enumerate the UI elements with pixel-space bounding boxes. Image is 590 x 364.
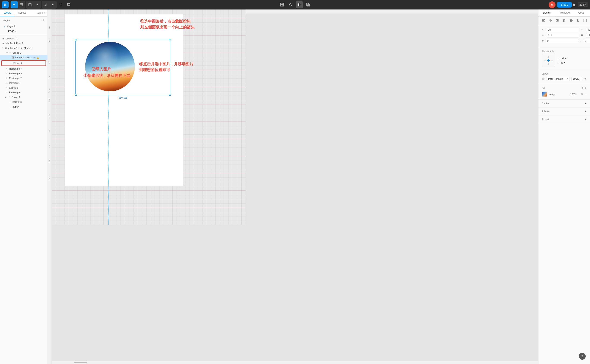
expand-icon-group1: ▶ (5, 96, 7, 98)
align-center-v-button[interactable] (569, 18, 574, 23)
layer-rect1[interactable]: □ Rectangle 1 (0, 90, 47, 95)
layer-polygon1[interactable]: △ Polygon 1 (0, 81, 47, 85)
lock-icon[interactable]: 🔒 (36, 56, 39, 59)
canvas-content[interactable]: 214×121 ③选中图形后，点击蒙版按钮 则左侧面板出现一个向上的箭头 ④点击… (52, 9, 538, 361)
layer-macbook[interactable]: ▣ MacBook Pro - 1 (0, 41, 47, 46)
layer-image[interactable]: ↑ 🖼 5944dff32c1ee 1 👁 🔒 (0, 55, 47, 60)
frame-tool[interactable] (18, 1, 25, 8)
layer-rect1-label: Rectangle 1 (9, 91, 46, 94)
x-input[interactable] (547, 28, 579, 32)
layer-rect4[interactable]: ≡ Rectangle 4 (0, 66, 47, 71)
canvas-inner[interactable]: 214×121 ③选中图形后，点击蒙版按钮 则左侧面板出现一个向上的箭头 ④点击… (52, 9, 246, 225)
rotation-corner-row: ↻ ⌐ ⊞ (542, 39, 587, 43)
layer-opacity-input[interactable] (571, 77, 582, 81)
x-label: X (542, 28, 545, 31)
constraint-h-dropdown[interactable]: ↔ Left ▾ (557, 57, 566, 60)
fill-eye-icon[interactable]: 👁 (581, 93, 583, 95)
fill-add-button[interactable]: + (585, 86, 587, 90)
mask-center-icon[interactable] (296, 1, 303, 8)
fill-grid-icon[interactable]: ⊞ (581, 87, 583, 90)
effects-add-button[interactable]: + (585, 110, 587, 113)
vruler-800: 800 (48, 160, 50, 163)
zoom-level[interactable]: 226% (578, 2, 588, 7)
align-bottom-button[interactable] (576, 18, 581, 23)
handle-bl[interactable] (75, 94, 77, 96)
fill-remove-button[interactable]: − (585, 92, 587, 96)
play-button[interactable]: ▶ (573, 3, 576, 7)
align-right-button[interactable] (555, 18, 560, 23)
tab-assets[interactable]: Assets (15, 9, 29, 16)
comment-tool[interactable] (65, 1, 72, 8)
export-add-button[interactable]: + (585, 117, 587, 121)
layer-ellipse2[interactable]: ○ Ellipse 2 (1, 60, 46, 66)
horizontal-scrollbar[interactable] (52, 361, 538, 364)
share-button[interactable]: Share (557, 2, 572, 7)
pen-tool[interactable] (42, 1, 49, 8)
layer-button[interactable]: — button (0, 104, 47, 109)
y-input[interactable] (586, 28, 590, 32)
canvas-area[interactable]: 20 70 125 175 234 285 345 395 425 490 52… (47, 9, 538, 364)
layer-ellipse1[interactable]: ○ Ellipse 1 (0, 85, 47, 90)
fill-thumbnail[interactable] (542, 91, 547, 97)
rotation-input[interactable] (546, 39, 578, 43)
tab-layers[interactable]: Layers (0, 9, 15, 16)
align-left-button[interactable] (541, 18, 546, 23)
export-section[interactable]: Export + (538, 116, 590, 124)
stroke-section[interactable]: Stroke + (538, 99, 590, 107)
handle-br[interactable] (169, 94, 171, 96)
constraints-row: ↔ Left ▾ ↕ Top ▾ (542, 54, 587, 67)
text-tool[interactable]: T (58, 1, 65, 8)
tab-design[interactable]: Design (538, 9, 556, 16)
layer-text[interactable]: T 我是按钮 (0, 99, 47, 104)
position-size-section: X Y W H ⛓ ↻ ⌐ ⊞ (538, 25, 590, 47)
move-tool[interactable] (11, 1, 18, 8)
add-page-button[interactable]: + (43, 18, 45, 22)
left-panel: Layers Assets Page 1 ▾ Pages + ✓ Page 1 … (0, 9, 47, 364)
logo-button[interactable] (2, 1, 9, 8)
layer-mode-row: Pass Through ▾ 👁 (542, 77, 587, 81)
layer-section: Layer Pass Through ▾ 👁 (538, 70, 590, 84)
constraints-title: Constraints (542, 50, 587, 52)
tab-prototype[interactable]: Prototype (556, 9, 573, 16)
effects-section[interactable]: Effects + (538, 107, 590, 116)
layers-section: ▣ Desktop - 1 ▣ MacBook Pro - 1 ▼ ▣ iPho… (0, 36, 47, 364)
align-center-h-button[interactable] (548, 18, 553, 23)
h-input[interactable] (586, 33, 590, 38)
svg-rect-10 (306, 3, 308, 5)
layer-iphone[interactable]: ▼ ▣ iPhone 11 Pro Max - 1 (0, 46, 47, 50)
component-center-icon[interactable] (279, 1, 286, 8)
corner-input[interactable] (583, 39, 590, 43)
layer-mode-dropdown[interactable]: Pass Through ▾ (546, 77, 570, 81)
pages-list: ✓ Page 1 Page 2 (0, 24, 47, 33)
boolean-center-icon[interactable] (304, 1, 311, 8)
handle-tr[interactable] (169, 39, 171, 41)
shape-tool[interactable] (27, 1, 34, 8)
page-item-2[interactable]: Page 2 (3, 29, 45, 33)
layer-rect2[interactable]: ⊞ Rectangle 2 (0, 76, 47, 81)
help-button[interactable]: ? (579, 353, 586, 360)
layer-rect2-label: Rectangle 2 (9, 77, 46, 79)
stroke-add-button[interactable]: + (585, 102, 587, 105)
mask-group[interactable] (85, 42, 135, 91)
constraint-v-dropdown[interactable]: ↕ Top ▾ (557, 61, 566, 64)
layer-group1[interactable]: ▶ □ Group 1 (0, 95, 47, 99)
page-item-1[interactable]: ✓ Page 1 (3, 24, 45, 29)
circle-image[interactable] (85, 42, 135, 91)
shape-dropdown[interactable]: ▾ (34, 1, 40, 8)
scrollbar-thumb-h[interactable] (74, 362, 87, 363)
distribute-button[interactable] (583, 18, 587, 23)
user-avatar[interactable]: U (549, 1, 556, 8)
align-top-button[interactable] (562, 18, 566, 23)
layer-visibility-icon[interactable]: 👁 (584, 77, 587, 80)
fill-section: Fill ⊞ + Image 100% 👁 − (538, 84, 590, 99)
layer-group2[interactable]: ▼ □ Group 2 (0, 50, 47, 55)
plugin-center-icon[interactable] (287, 1, 294, 8)
tab-code[interactable]: Code (573, 9, 590, 16)
eye-icon[interactable]: 👁 (34, 56, 36, 59)
w-input[interactable] (547, 33, 579, 38)
handle-tl[interactable] (75, 39, 77, 41)
svg-rect-4 (281, 3, 282, 5)
layer-rect3[interactable]: ≡ Rectangle 3 (0, 71, 47, 76)
pen-dropdown[interactable]: ▾ (49, 1, 56, 8)
layer-desktop-1[interactable]: ▣ Desktop - 1 (0, 36, 47, 41)
